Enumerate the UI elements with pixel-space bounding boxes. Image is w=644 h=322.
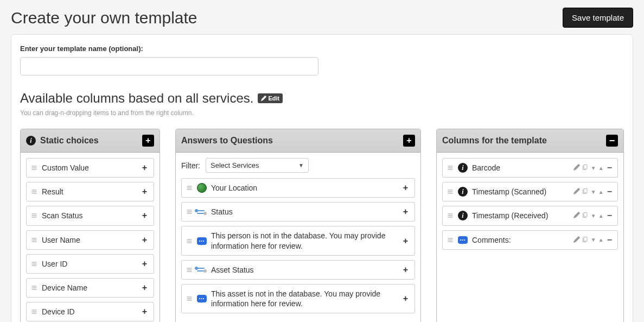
drag-handle-icon[interactable] xyxy=(447,212,454,219)
chat-bubble-icon: ••• xyxy=(458,236,468,244)
static-item-label: Result xyxy=(42,187,136,197)
add-item-button[interactable]: + xyxy=(140,307,149,317)
answer-item[interactable]: Your Location+ xyxy=(181,178,415,198)
template-columns-list: iBarcode▼▲−iTimestamp (Scanned)▼▲−iTimes… xyxy=(437,153,623,262)
template-item[interactable]: iTimestamp (Scanned)▼▲− xyxy=(442,182,618,201)
static-item[interactable]: Custom Value+ xyxy=(26,158,154,178)
drag-handle-icon[interactable] xyxy=(31,261,37,267)
drag-handle-icon[interactable] xyxy=(31,308,37,315)
drag-handle-icon[interactable] xyxy=(31,165,37,171)
static-item-label: Scan Status xyxy=(42,211,136,220)
drag-handle-icon[interactable] xyxy=(186,295,193,302)
caret-down-icon[interactable]: ▼ xyxy=(591,189,596,195)
static-item[interactable]: Device Name+ xyxy=(26,278,154,298)
caret-down-icon: ▼ xyxy=(298,162,304,168)
info-icon: i xyxy=(26,136,36,146)
add-item-button[interactable]: + xyxy=(401,294,410,304)
static-item-label: Device Name xyxy=(42,283,136,293)
remove-item-button[interactable]: − xyxy=(606,163,613,173)
static-item[interactable]: Scan Status+ xyxy=(26,206,154,225)
answer-item-label: This asset is not in the database. You m… xyxy=(211,289,397,308)
static-item[interactable]: User Name+ xyxy=(26,230,154,250)
template-item[interactable]: iBarcode▼▲− xyxy=(442,158,618,178)
drag-handle-icon[interactable] xyxy=(186,267,193,273)
pencil-icon xyxy=(261,96,266,101)
caret-down-icon[interactable]: ▼ xyxy=(591,165,596,171)
remove-item-button[interactable]: − xyxy=(606,187,613,197)
template-item[interactable]: •••Comments:▼▲− xyxy=(442,230,618,250)
template-item-label: Timestamp (Scanned) xyxy=(472,187,569,197)
remove-all-template-button[interactable]: − xyxy=(606,135,618,147)
answers-title: Answers to Questions xyxy=(181,136,273,146)
caret-down-icon[interactable]: ▼ xyxy=(591,213,596,219)
add-all-static-button[interactable]: + xyxy=(142,135,154,147)
copy-icon[interactable] xyxy=(582,187,589,196)
drag-handle-icon[interactable] xyxy=(186,185,193,191)
add-item-button[interactable]: + xyxy=(401,236,410,246)
static-item[interactable]: Result+ xyxy=(26,182,154,201)
copy-icon[interactable] xyxy=(582,163,589,172)
helper-text: You can drag-n-dropping items to and fro… xyxy=(20,109,624,117)
template-item-label: Barcode xyxy=(472,163,569,173)
pencil-icon[interactable] xyxy=(573,163,580,172)
static-item[interactable]: Device ID+ xyxy=(26,302,154,321)
caret-up-icon[interactable]: ▲ xyxy=(598,213,604,219)
add-item-button[interactable]: + xyxy=(140,163,149,173)
add-item-button[interactable]: + xyxy=(140,259,149,269)
add-item-button[interactable]: + xyxy=(401,207,410,217)
copy-icon[interactable] xyxy=(582,236,589,244)
globe-icon xyxy=(197,183,207,193)
add-item-button[interactable]: + xyxy=(401,183,410,193)
answer-item[interactable]: •••This person is not in the database. Y… xyxy=(181,226,415,255)
static-choices-column: i Static choices + Custom Value+Result+S… xyxy=(20,129,160,322)
pencil-icon[interactable] xyxy=(573,236,580,244)
remove-item-button[interactable]: − xyxy=(606,235,613,245)
edit-button[interactable]: Edit xyxy=(258,93,283,103)
remove-item-button[interactable]: − xyxy=(606,211,613,220)
page-title: Create your own template xyxy=(11,9,197,27)
info-icon: i xyxy=(458,211,468,220)
drag-handle-icon[interactable] xyxy=(31,237,37,243)
caret-up-icon[interactable]: ▲ xyxy=(598,237,604,243)
static-item[interactable]: User ID+ xyxy=(26,254,154,274)
caret-down-icon[interactable]: ▼ xyxy=(591,237,596,243)
answers-list: Your Location+Status+•••This person is n… xyxy=(181,178,415,313)
static-item-label: Custom Value xyxy=(42,163,136,173)
static-item-label: Device ID xyxy=(42,307,136,317)
save-template-button[interactable]: Save template xyxy=(563,8,633,28)
filter-select[interactable]: Select Services ▼ xyxy=(206,158,309,173)
answer-item[interactable]: Asset Status+ xyxy=(181,260,415,280)
answer-item[interactable]: Status+ xyxy=(181,202,415,222)
toggle-icon xyxy=(197,268,207,272)
add-item-button[interactable]: + xyxy=(140,211,149,220)
add-item-button[interactable]: + xyxy=(140,187,149,197)
add-item-button[interactable]: + xyxy=(140,235,149,245)
template-item[interactable]: iTimestamp (Received)▼▲− xyxy=(442,206,618,225)
drag-handle-icon[interactable] xyxy=(31,212,37,219)
caret-up-icon[interactable]: ▲ xyxy=(598,165,604,171)
answer-item-label: Asset Status xyxy=(211,265,397,275)
pencil-icon[interactable] xyxy=(573,211,580,220)
drag-handle-icon[interactable] xyxy=(447,237,454,243)
drag-handle-icon[interactable] xyxy=(447,165,454,171)
drag-handle-icon[interactable] xyxy=(186,238,193,244)
copy-icon[interactable] xyxy=(582,211,589,220)
template-name-input[interactable] xyxy=(20,57,318,75)
add-item-button[interactable]: + xyxy=(140,283,149,293)
available-columns-heading: Available columns based on all services. xyxy=(20,91,253,106)
drag-handle-icon[interactable] xyxy=(31,285,37,291)
answer-item[interactable]: •••This asset is not in the database. Yo… xyxy=(181,284,415,313)
caret-up-icon[interactable]: ▲ xyxy=(598,189,604,195)
answer-item-label: This person is not in the database. You … xyxy=(211,231,397,250)
drag-handle-icon[interactable] xyxy=(31,188,37,195)
pencil-icon[interactable] xyxy=(573,187,580,196)
template-item-label: Timestamp (Received) xyxy=(472,211,569,220)
answer-item-label: Status xyxy=(211,207,397,217)
template-item-label: Comments: xyxy=(472,235,569,245)
add-item-button[interactable]: + xyxy=(401,265,410,275)
add-all-answers-button[interactable]: + xyxy=(403,135,415,147)
static-item-label: User Name xyxy=(42,235,136,245)
drag-handle-icon[interactable] xyxy=(447,188,454,195)
drag-handle-icon[interactable] xyxy=(186,209,193,215)
info-icon: i xyxy=(458,163,468,173)
